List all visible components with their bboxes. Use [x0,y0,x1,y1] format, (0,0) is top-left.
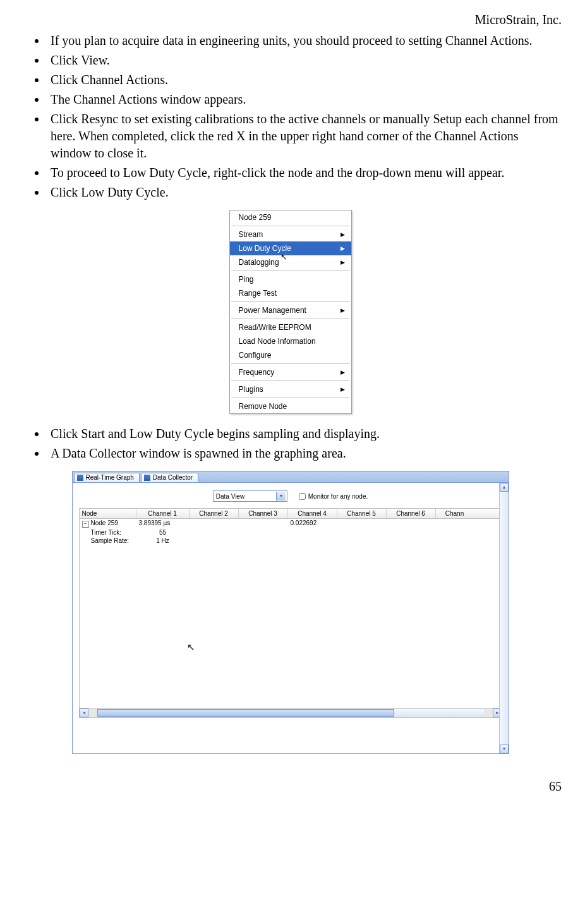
instruction-list-mid: Click Start and Low Duty Cycle begins sa… [19,425,562,462]
menu-label: Power Management [239,306,306,315]
list-item: To proceed to Low Duty Cycle, right-clic… [47,164,562,181]
cursor-icon: ↖ [187,641,195,653]
menu-label: Read/Write EEPROM [239,323,311,332]
menu-item-plugins[interactable]: Plugins ▶ [230,382,351,396]
scroll-track[interactable] [97,709,484,717]
menu-title-text: Node 259 [239,213,272,222]
column-header[interactable]: Channel 4 [288,509,337,518]
tab-label: Data Collector [153,474,193,481]
data-collector-body: Data View ▾ Monitor for any node. Node C… [73,483,509,753]
menu-item-frequency[interactable]: Frequency ▶ [230,365,351,379]
scroll-track[interactable] [500,492,509,745]
scroll-left-button[interactable]: ◂ [80,708,88,717]
list-item: Click Low Duty Cycle. [47,184,562,201]
context-menu-title: Node 259 [230,210,351,224]
submenu-arrow-icon: ▶ [341,369,345,375]
tab-real-time-graph[interactable]: Real-Time Graph [74,473,140,482]
list-item: The Channel Actions window appears. [47,91,562,108]
tree-node[interactable]: −Node 259 [80,519,136,528]
cell [239,519,288,528]
column-header[interactable]: Channel 6 [387,509,436,518]
list-item: Click View. [47,52,562,69]
table-row[interactable]: −Node 259 3.89395 µs 0.022692 [80,519,502,528]
menu-item-stream[interactable]: Stream ▶ [230,228,351,241]
column-header[interactable]: Channel 5 [337,509,387,518]
tab-data-collector[interactable]: Data Collector [141,473,198,482]
scroll-up-button[interactable]: ▴ [500,483,509,492]
column-header[interactable]: Channel 1 [136,509,190,518]
scroll-down-button[interactable]: ▾ [500,745,509,753]
list-item: Click Start and Low Duty Cycle begins sa… [47,425,562,442]
list-item: Click Channel Actions. [47,71,562,88]
menu-label: Frequency [239,368,275,377]
submenu-arrow-icon: ▶ [341,231,345,238]
menu-separator [231,301,350,302]
menu-label: Stream [239,230,263,239]
table-row[interactable]: Sample Rate: 1 Hz [80,537,502,545]
menu-label: Load Node Information [239,337,316,346]
menu-item-power-management[interactable]: Power Management ▶ [230,303,351,317]
menu-label: Datalogging [239,258,279,267]
monitor-checkbox[interactable]: Monitor for any node. [299,493,368,500]
table-row[interactable]: Timer Tick: 55 [80,528,502,537]
menu-separator [231,319,350,319]
menu-item-configure[interactable]: Configure [230,348,351,362]
submenu-arrow-icon: ▶ [341,259,345,265]
tab-bar: Real-Time Graph Data Collector [73,471,509,483]
column-header[interactable]: Chann [436,509,474,518]
dropdown-arrow-icon: ▾ [276,492,286,501]
cell: 1 Hz [136,537,190,545]
monitor-checkbox-input[interactable] [299,493,306,500]
select-value: Data View [216,493,244,500]
menu-separator [231,398,350,398]
data-collector-window: Real-Time Graph Data Collector Data View… [72,471,509,754]
list-item: A Data Collector window is spawned in th… [47,445,562,462]
submenu-arrow-icon: ▶ [341,245,345,252]
tab-icon [77,475,83,481]
menu-label: Remove Node [239,402,287,411]
list-item: If you plan to acquire data in engineeri… [47,32,562,49]
column-header[interactable]: Channel 3 [239,509,288,518]
table-header-row: Node Channel 1 Channel 2 Channel 3 Chann… [80,509,502,519]
menu-item-low-duty-cycle[interactable]: Low Duty Cycle ▶ [230,241,351,255]
list-item: Click Resync to set existing calibration… [47,111,562,162]
menu-item-load-node-info[interactable]: Load Node Information [230,334,351,348]
menu-item-ping[interactable]: Ping [230,272,351,286]
menu-separator [231,363,350,364]
menu-label: Ping [239,275,254,284]
menu-item-read-write-eeprom[interactable]: Read/Write EEPROM [230,320,351,334]
vertical-scrollbar[interactable]: ▴ ▾ [499,483,509,753]
menu-separator [231,380,350,381]
instruction-list-top: If you plan to acquire data in engineeri… [19,32,562,201]
menu-item-range-test[interactable]: Range Test [230,286,351,300]
node-label: Node 259 [91,520,118,526]
menu-label: Plugins [239,385,263,394]
view-select[interactable]: Data View ▾ [213,490,287,502]
scroll-thumb[interactable] [97,709,394,717]
column-header[interactable]: Channel 2 [190,509,239,518]
tree-collapse-icon[interactable]: − [82,521,89,528]
menu-separator [231,226,350,226]
submenu-arrow-icon: ▶ [341,386,345,392]
menu-label: Range Test [239,289,277,298]
menu-separator [231,271,350,271]
header-company: MicroStrain, Inc. [19,13,562,27]
tree-child-label: Sample Rate: [80,537,136,545]
tab-icon [144,475,150,481]
page-number: 65 [19,779,562,794]
checkbox-label: Monitor for any node. [308,493,368,500]
tree-child-label: Timer Tick: [80,528,136,537]
menu-label: Low Duty Cycle [239,244,291,253]
cell-ch1: 3.89395 µs [136,519,190,528]
column-header[interactable]: Node [80,509,136,518]
horizontal-scrollbar[interactable]: ◂ ▸ [80,708,502,717]
tab-label: Real-Time Graph [86,474,134,481]
context-menu: Node 259 Stream ▶ Low Duty Cycle ▶ Datal… [229,210,352,414]
menu-item-remove-node[interactable]: Remove Node [230,399,351,413]
submenu-arrow-icon: ▶ [341,307,345,313]
data-table: Node Channel 1 Channel 2 Channel 3 Chann… [79,508,502,718]
cell-ch4: 0.022692 [288,519,337,528]
cell: 55 [136,528,190,537]
cell [190,519,239,528]
menu-item-datalogging[interactable]: Datalogging ▶ [230,255,351,269]
